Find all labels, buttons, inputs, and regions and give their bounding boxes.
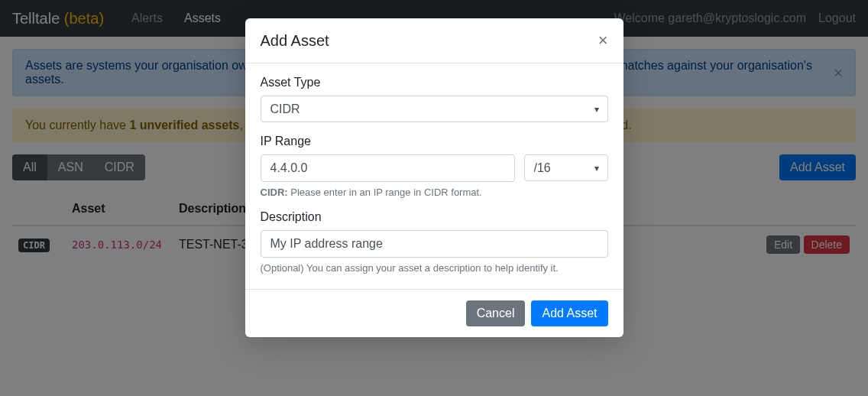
cidr-help-rest: Please enter in an IP range in CIDR form… xyxy=(288,187,482,198)
modal-footer: Cancel Add Asset xyxy=(245,289,623,337)
add-asset-modal: Add Asset × Asset Type CIDR IP Range xyxy=(245,18,623,337)
modal-title: Add Asset xyxy=(261,32,329,50)
modal-header: Add Asset × xyxy=(245,18,623,63)
modal-body: Asset Type CIDR IP Range /16 xyxy=(245,63,623,289)
asset-type-select-wrap: CIDR xyxy=(261,96,608,122)
cidr-help-bold: CIDR: xyxy=(261,187,288,198)
prefix-select-wrap: /16 xyxy=(524,154,608,182)
close-icon[interactable]: × xyxy=(598,31,608,50)
asset-type-label: Asset Type xyxy=(261,76,608,89)
description-label: Description xyxy=(261,210,608,224)
cancel-button[interactable]: Cancel xyxy=(466,300,526,326)
ip-range-row: /16 xyxy=(261,154,608,182)
description-help-text: (Optional) You can assign your asset a d… xyxy=(261,262,608,274)
submit-add-asset-button[interactable]: Add Asset xyxy=(531,300,607,326)
ip-range-group: IP Range /16 CIDR: Please enter in an IP… xyxy=(261,135,608,198)
cidr-help-text: CIDR: Please enter in an IP range in CID… xyxy=(261,187,608,198)
modal-backdrop[interactable]: Add Asset × Asset Type CIDR IP Range xyxy=(0,0,868,396)
prefix-select[interactable]: /16 xyxy=(524,154,608,181)
asset-type-group: Asset Type CIDR xyxy=(261,76,608,122)
description-input[interactable] xyxy=(261,230,608,258)
ip-range-label: IP Range xyxy=(261,135,608,148)
ip-input[interactable] xyxy=(261,154,515,182)
description-group: Description (Optional) You can assign yo… xyxy=(261,210,608,274)
asset-type-select[interactable]: CIDR xyxy=(261,96,608,122)
